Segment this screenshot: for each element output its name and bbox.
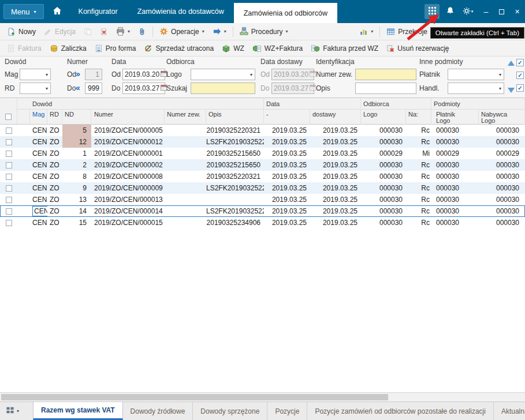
przekroje-button[interactable]: Przekroje ▾ xyxy=(382,25,437,39)
cell-data: 2019.03.25 xyxy=(264,148,310,159)
table-row[interactable]: CENZO132019/ZO/CEN/0000132019.03.252019.… xyxy=(0,194,525,205)
row-checkbox[interactable] xyxy=(6,185,12,192)
nowy-button[interactable]: Nowy xyxy=(3,25,40,39)
bottom-tab-pozycje[interactable]: Pozycje xyxy=(267,402,307,420)
column-header-dostawy[interactable]: dostawy xyxy=(310,110,361,125)
chevron-double-right-icon[interactable]: » xyxy=(76,70,80,78)
table-row[interactable]: CENZO152019/ZO/CEN/000015201903252349062… xyxy=(0,217,525,228)
open-tabs-button[interactable] xyxy=(425,4,440,19)
scroll-up-icon[interactable] xyxy=(508,61,515,66)
numer-do-input[interactable] xyxy=(85,82,102,94)
horizontal-scrollbar[interactable] xyxy=(0,392,525,402)
row-checkbox[interactable] xyxy=(6,197,12,203)
row-checkbox[interactable] xyxy=(6,162,12,168)
table-row[interactable]: CENZO142019/ZO/CEN/000014LS2FK2019032522… xyxy=(0,205,525,217)
print-button[interactable]: ▾ xyxy=(112,25,134,39)
column-header-opis[interactable]: Opis xyxy=(206,110,264,125)
select-all-cell[interactable] xyxy=(0,98,17,124)
column-group-data[interactable]: Data xyxy=(264,98,361,110)
table-row[interactable]: CENZO22019/ZO/CEN/0000022019032521565020… xyxy=(0,159,525,171)
select-all-checkbox[interactable] xyxy=(5,114,12,120)
chart-button[interactable]: ▾ xyxy=(355,25,377,39)
bottom-tab-dowody-r-d-owe[interactable]: Dowody źródłowe xyxy=(123,402,193,420)
operacje-button[interactable]: Operacje ▾ xyxy=(155,25,208,39)
column-group-odbiorca[interactable]: Odbiorca xyxy=(361,98,431,110)
szukaj-input[interactable] xyxy=(191,82,255,94)
notifications-button[interactable] xyxy=(442,4,457,19)
numer-od-input[interactable] xyxy=(85,69,102,80)
table-row[interactable]: CENZO82019/ZO/CEN/0000082019032522032120… xyxy=(0,171,525,182)
scrollbar-thumb[interactable] xyxy=(1,394,388,400)
column-group-podmioty[interactable]: Podmioty xyxy=(431,98,525,110)
column-header-nd[interactable]: ND xyxy=(62,110,91,125)
cell-nd: 9 xyxy=(62,182,91,194)
table-row[interactable]: CENZO12019/ZO/CEN/0000012019032521565020… xyxy=(0,148,525,159)
rd-select[interactable]: ▾ xyxy=(20,82,51,94)
sprzeda-utracona-button[interactable]: Sprzedaż utracona xyxy=(140,42,218,55)
column-header-platnik-logo[interactable]: Płatnik Logo xyxy=(431,110,479,125)
chevron-double-left-icon[interactable]: « xyxy=(76,84,80,92)
menu-button[interactable]: Menu ▾ xyxy=(3,4,44,19)
cell-data: 2019.03.25 xyxy=(264,205,310,217)
bottom-tab-aktualna-realizacja[interactable]: Aktualna realizacja xyxy=(494,402,525,420)
faktura-button[interactable]: Faktura xyxy=(3,42,46,55)
row-checkbox[interactable] xyxy=(6,208,12,215)
cell-platnik-logo: 000030 xyxy=(431,205,479,217)
attachments-button[interactable] xyxy=(134,25,150,39)
column-header-odbiorca-logo[interactable]: Logo xyxy=(361,110,406,125)
platnik-select[interactable]: ▾ xyxy=(448,69,504,80)
title-tab-zam-wienia-do-dostawc-w[interactable]: Zamówienia do dostawców xyxy=(128,0,234,23)
pro-forma-button[interactable]: Pro forma xyxy=(91,42,140,55)
bottom-tab-razem-wg-stawek-vat[interactable]: Razem wg stawek VAT xyxy=(33,402,123,420)
title-tab-konfigurator[interactable]: Konfigurator xyxy=(69,0,128,23)
data-do-input[interactable]: 2019.03.27 xyxy=(122,82,165,94)
title-tab-zam-wienia-od-odbiorc-w[interactable]: Zamówienia od odbiorców xyxy=(234,3,337,23)
row-checkbox[interactable] xyxy=(6,151,12,157)
scroll-down-icon[interactable] xyxy=(508,88,515,93)
filter-checkbox[interactable]: ✓ xyxy=(516,59,524,66)
delete-button[interactable] xyxy=(96,25,112,39)
maximize-button[interactable] xyxy=(494,0,509,23)
data-od-input[interactable]: 2019.03.20 xyxy=(122,69,165,80)
transfer-button[interactable]: ▾ xyxy=(208,25,230,39)
settings-button[interactable]: ▾ xyxy=(460,4,475,19)
table-row[interactable]: CENZO92019/ZO/CEN/000009LS2FK20190325222… xyxy=(0,182,525,194)
column-header-odbiorca-nazwa[interactable]: Na: xyxy=(406,110,431,125)
wz-faktura-button[interactable]: WZ+Faktura xyxy=(248,42,307,55)
view-selector-button[interactable]: ▾ xyxy=(0,402,25,420)
edycja-button[interactable]: Edycja xyxy=(40,25,80,39)
button-label: Przekroje xyxy=(398,28,427,36)
row-checkbox[interactable] xyxy=(6,220,12,226)
column-header-numer-zew[interactable]: Numer zew. xyxy=(165,110,206,125)
faktura-przed-wz-button[interactable]: Faktura przed WZ xyxy=(307,42,382,55)
table-row[interactable]: CENZO52019/ZO/CEN/0000052019032522032120… xyxy=(0,125,525,136)
bottom-tab-dowody-sprz-one[interactable]: Dowody sprzężone xyxy=(193,402,267,420)
close-button[interactable]: × xyxy=(509,0,525,23)
table-row[interactable]: CENZO122019/ZO/CEN/000012LS2FK2019032522… xyxy=(0,136,525,148)
copy-button[interactable] xyxy=(80,25,96,39)
filter-checkbox[interactable]: ✓ xyxy=(516,84,524,92)
row-checkbox[interactable] xyxy=(6,127,12,134)
column-header-rd[interactable]: RD xyxy=(47,110,62,125)
button-label: Zaliczka xyxy=(61,44,87,52)
column-header-data[interactable]: - xyxy=(264,110,310,125)
mag-select[interactable]: ▾ xyxy=(20,69,51,80)
row-checkbox[interactable] xyxy=(6,139,12,145)
procedury-button[interactable]: Procedury ▾ xyxy=(236,25,292,39)
column-header-nabywca-logo[interactable]: Nabywca Logo xyxy=(479,110,525,125)
row-checkbox[interactable] xyxy=(6,174,12,180)
numer-zew-input[interactable] xyxy=(355,69,416,80)
column-group-dowod[interactable]: Dowód xyxy=(17,98,264,110)
wz-button[interactable]: WZ xyxy=(218,42,248,55)
column-header-numer[interactable]: Numer xyxy=(91,110,165,125)
odbiorca-logo-select[interactable]: ▾ xyxy=(191,69,255,80)
bottom-tab-pozycje-zam-wie-od-odbiorc-w-pozosta-e-do-realizacji[interactable]: Pozycje zamówień od odbiorców pozostałe … xyxy=(307,402,494,420)
filter-checkbox[interactable]: ✓ xyxy=(516,72,524,79)
handl-select[interactable]: ▾ xyxy=(448,82,504,94)
usu-rezerwacj-button[interactable]: Usuń rezerwację xyxy=(382,42,453,55)
minimize-button[interactable]: – xyxy=(478,0,494,23)
opis-input[interactable] xyxy=(355,82,416,94)
home-button[interactable] xyxy=(53,6,62,17)
column-header-mag[interactable]: Mag xyxy=(30,110,47,125)
zaliczka-button[interactable]: Zaliczka xyxy=(46,42,91,55)
